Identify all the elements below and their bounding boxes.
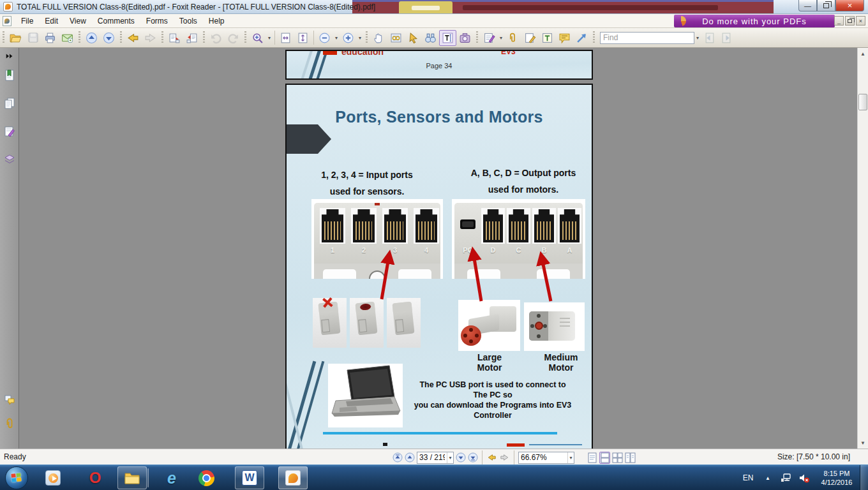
pencil-tool-button[interactable]: [521, 30, 539, 46]
hidden-icons-button[interactable]: ▲: [759, 475, 777, 481]
single-page-view-button[interactable]: [587, 452, 597, 464]
layers-icon: [3, 153, 16, 166]
taskbar-word[interactable]: W: [235, 466, 264, 489]
scroll-up-button[interactable]: ▲: [858, 48, 868, 59]
taskbar-clock[interactable]: 8:15 PM4/12/2016: [814, 469, 860, 487]
last-page-button[interactable]: [468, 452, 478, 463]
zoom-in-button[interactable]: [340, 30, 357, 46]
scrollbar-thumb[interactable]: [858, 94, 867, 110]
typewriter-icon: [541, 32, 553, 44]
comments-panel-button[interactable]: [3, 124, 17, 138]
annotate-button[interactable]: [481, 30, 498, 46]
annotate-dropdown[interactable]: ▾: [498, 35, 504, 41]
network-icon[interactable]: [777, 473, 795, 484]
bookmarks-panel-button[interactable]: [3, 68, 17, 82]
menu-edit[interactable]: Edit: [39, 14, 64, 28]
note-comment-button[interactable]: [556, 30, 573, 46]
arrow-tool-button[interactable]: [573, 30, 590, 46]
facing-view-button[interactable]: [612, 452, 623, 464]
menu-view[interactable]: View: [64, 14, 92, 28]
email-button[interactable]: [59, 30, 76, 46]
attachments-panel-button[interactable]: [3, 417, 17, 431]
hand-tool-button[interactable]: [370, 30, 387, 46]
typewriter-button[interactable]: [539, 30, 556, 46]
previous-page-button[interactable]: [83, 30, 100, 46]
next-page-status-button[interactable]: [456, 452, 466, 463]
comments-list-button[interactable]: [3, 392, 17, 406]
next-page-button[interactable]: [100, 30, 117, 46]
zoom-tool-button[interactable]: [249, 30, 266, 46]
document-canvas[interactable]: education EV3 Page 34 Ports, Sensors and…: [19, 48, 857, 449]
pdf-page-current[interactable]: Ports, Sensors and Motors 1, 2, 3, 4 = I…: [285, 84, 593, 449]
menu-comments[interactable]: Comments: [92, 14, 140, 28]
zoom-level-dropdown[interactable]: ▾: [567, 452, 574, 463]
select-annotation-button[interactable]: [405, 30, 422, 46]
page-number-input[interactable]: [417, 453, 447, 462]
first-page-button[interactable]: [393, 452, 403, 463]
volume-muted-icon[interactable]: [795, 472, 814, 484]
language-indicator[interactable]: EN: [737, 473, 759, 482]
search-button[interactable]: [422, 30, 439, 46]
zoom-out-button[interactable]: [316, 30, 333, 46]
doc-close-button[interactable]: ×: [856, 16, 865, 26]
minimize-button[interactable]: —: [798, 0, 817, 11]
titlebar[interactable]: TOTAL FULL VERSION Class-8(Edited).pdf -…: [0, 0, 868, 14]
find-previous-button[interactable]: [701, 30, 718, 46]
vertical-scrollbar[interactable]: ▲ ▼: [857, 48, 868, 449]
attach-file-button[interactable]: [504, 30, 521, 46]
select-text-button[interactable]: [439, 30, 456, 46]
open-button[interactable]: [7, 30, 24, 46]
copy-page-button[interactable]: [166, 30, 183, 46]
zoom-in-dropdown[interactable]: ▾: [357, 35, 363, 41]
port-label-b: B: [532, 246, 556, 254]
zoom-out-dropdown[interactable]: ▾: [333, 35, 340, 41]
doc-restore-button[interactable]: [845, 16, 855, 26]
undo-button[interactable]: [207, 30, 225, 46]
print-button[interactable]: [41, 30, 59, 46]
menu-help[interactable]: Help: [203, 14, 230, 28]
pdf-page-previous[interactable]: education EV3 Page 34: [285, 50, 593, 80]
doc-minimize-button[interactable]: _: [834, 16, 844, 26]
next-view-button[interactable]: [499, 452, 510, 463]
fit-page-button[interactable]: [294, 30, 311, 46]
history-back-button[interactable]: [124, 30, 142, 46]
expand-panel-button[interactable]: [3, 49, 17, 63]
snapshot-button[interactable]: [456, 30, 474, 46]
continuous-view-button[interactable]: [599, 452, 610, 464]
pages-panel-button[interactable]: [3, 96, 17, 110]
reading-mode-button[interactable]: [387, 30, 405, 46]
taskbar-internet-explorer[interactable]: e: [157, 466, 186, 489]
taskbar-explorer[interactable]: [117, 466, 147, 489]
menu-file[interactable]: File: [15, 14, 39, 28]
fit-width-button[interactable]: [277, 30, 294, 46]
paste-page-button[interactable]: [183, 30, 200, 46]
taskbar-media-player[interactable]: [38, 466, 68, 489]
restore-button[interactable]: [817, 0, 835, 11]
continuous-facing-view-button[interactable]: [625, 452, 636, 464]
taskbar-foxit-reader[interactable]: [278, 466, 308, 489]
history-forward-button[interactable]: [142, 30, 159, 46]
taskbar-opera[interactable]: O: [80, 466, 110, 489]
redo-button[interactable]: [225, 30, 242, 46]
select-text-icon: [442, 32, 454, 44]
close-button[interactable]: ×: [835, 0, 864, 11]
menu-forms[interactable]: Forms: [140, 14, 174, 28]
start-button[interactable]: [5, 466, 28, 489]
layers-panel-button[interactable]: [3, 152, 17, 167]
previous-view-button[interactable]: [486, 452, 497, 463]
taskbar-chrome[interactable]: [191, 466, 221, 489]
save-button[interactable]: [24, 30, 41, 46]
menu-tools[interactable]: Tools: [174, 14, 203, 28]
previous-page-status-button[interactable]: [405, 452, 415, 463]
find-next-button[interactable]: [718, 30, 735, 46]
find-dropdown[interactable]: ▾: [694, 35, 701, 41]
scroll-down-button[interactable]: ▼: [858, 438, 868, 448]
find-input[interactable]: [600, 32, 694, 44]
promo-banner[interactable]: Do more with your PDFs: [674, 15, 835, 27]
page-number-combo[interactable]: ▾: [417, 452, 454, 464]
page-number-dropdown[interactable]: ▾: [447, 452, 453, 463]
zoom-level-input[interactable]: [519, 453, 567, 462]
zoom-tool-dropdown[interactable]: ▾: [266, 35, 273, 41]
zoom-level-combo[interactable]: ▾: [518, 452, 574, 464]
show-desktop-button[interactable]: [860, 465, 868, 490]
